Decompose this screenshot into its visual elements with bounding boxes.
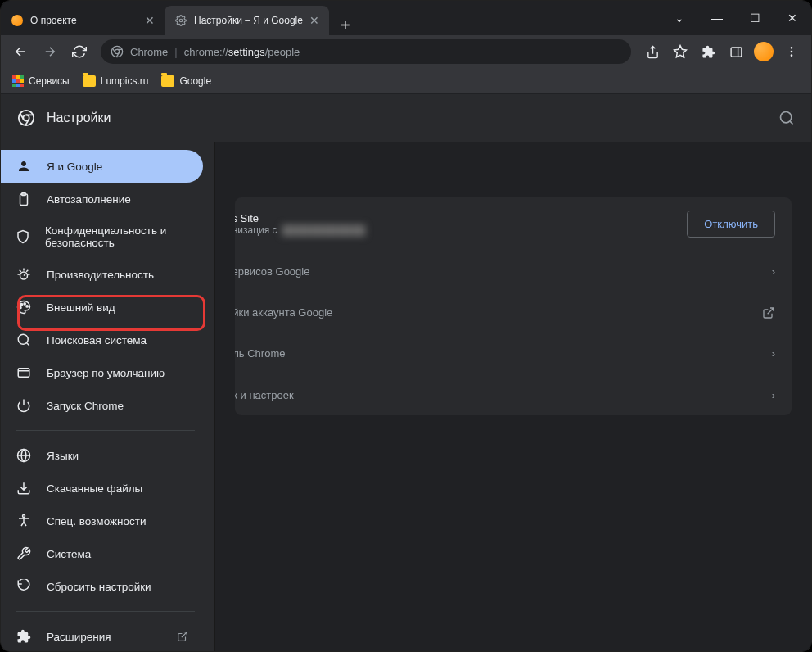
sidebar-item-label: Производительность xyxy=(47,269,154,281)
svg-point-11 xyxy=(791,54,793,57)
sidebar-item-label: Конфиденциальность и безопасность xyxy=(45,224,188,249)
disable-button[interactable]: Отключить xyxy=(687,211,775,238)
reset-icon xyxy=(16,579,32,594)
titlebar: О проекте ✕ Настройки – Я и Google ✕ + ⌄… xyxy=(1,1,811,35)
extensions-icon[interactable] xyxy=(695,38,721,65)
card-row[interactable]: сервисов Google › xyxy=(235,251,792,292)
svg-point-22 xyxy=(24,303,25,305)
sidebar-item-label: Браузер по умолчанию xyxy=(47,367,165,379)
sidebar-item-wrench[interactable]: Система xyxy=(1,537,203,570)
sidebar-item-clipboard[interactable]: Автозаполнение xyxy=(1,183,203,215)
close-icon[interactable]: ✕ xyxy=(145,14,155,27)
url-text: chrome://settings/people xyxy=(184,46,300,58)
sidebar-item-shield[interactable]: Конфиденциальность и безопасность xyxy=(1,215,203,258)
sidebar-item-label: Автозаполнение xyxy=(47,193,131,206)
card-row[interactable]: ок и настроек › xyxy=(235,374,792,415)
sidebar-item-label: Я и Google xyxy=(47,161,102,173)
sidebar-item-download[interactable]: Скачанные файлы xyxy=(1,472,203,505)
avatar[interactable] xyxy=(751,38,777,65)
tab-about[interactable]: О проекте ✕ xyxy=(1,6,165,35)
tab-settings[interactable]: Настройки – Я и Google ✕ xyxy=(165,6,329,35)
minimize-button[interactable]: — xyxy=(698,5,736,31)
palette-icon xyxy=(16,300,32,315)
svg-line-18 xyxy=(790,121,793,125)
sidebar-item-person[interactable]: Я и Google xyxy=(1,150,203,183)
tab-strip: О проекте ✕ Настройки – Я и Google ✕ + xyxy=(1,1,362,35)
settings-header: Настройки xyxy=(1,94,811,142)
back-button[interactable] xyxy=(7,38,34,65)
sidebar-item-label: Сбросить настройки xyxy=(47,581,151,593)
external-link-icon xyxy=(177,631,188,642)
download-icon xyxy=(16,481,32,496)
sidebar-item-power[interactable]: Запуск Chrome xyxy=(1,389,203,422)
row-label: сервисов Google xyxy=(235,265,309,278)
caret-down-icon[interactable]: ⌄ xyxy=(661,5,698,31)
sidebar-item-extension[interactable]: Расширения xyxy=(1,620,203,651)
address-bar[interactable]: Chrome | chrome://settings/people xyxy=(101,39,631,64)
row-label: ок и настроек xyxy=(235,389,294,401)
svg-point-0 xyxy=(179,19,183,22)
sidebar-item-label: Запуск Chrome xyxy=(47,400,124,412)
row-label: иль Chrome xyxy=(235,347,285,360)
blurred-email: ████████████ xyxy=(282,224,366,236)
svg-point-23 xyxy=(26,306,28,307)
share-icon[interactable] xyxy=(639,38,665,65)
bookmark-label: Lumpics.ru xyxy=(101,75,149,87)
chrome-logo-icon xyxy=(17,109,35,127)
settings-title: Настройки xyxy=(47,111,111,125)
person-icon xyxy=(16,159,32,174)
sidebar-item-globe[interactable]: Языки xyxy=(1,439,203,472)
sidebar-item-label: Спец. возможности xyxy=(47,515,146,527)
bookmark-folder[interactable]: Lumpics.ru xyxy=(83,75,149,87)
sync-label: онизация с xyxy=(235,224,277,236)
sidebar-item-search[interactable]: Поисковая система xyxy=(1,324,203,356)
svg-line-27 xyxy=(26,342,29,345)
folder-icon xyxy=(83,75,96,87)
svg-point-25 xyxy=(20,306,21,308)
search-icon xyxy=(16,333,32,347)
sidebar-item-palette[interactable]: Внешний вид xyxy=(1,291,203,324)
card-row[interactable]: ойки аккаунта Google xyxy=(235,292,792,333)
bookmark-label: Сервисы xyxy=(29,75,70,87)
sidebar-item-speed[interactable]: Производительность xyxy=(1,258,203,291)
close-icon[interactable]: ✕ xyxy=(309,14,319,27)
reload-button[interactable] xyxy=(66,38,92,65)
speed-icon xyxy=(16,267,32,282)
bookmark-folder[interactable]: Google xyxy=(161,75,211,87)
forward-button[interactable] xyxy=(37,38,63,65)
apps-shortcut[interactable]: Сервисы xyxy=(12,75,70,87)
tab-title: Настройки – Я и Google xyxy=(194,15,303,26)
clipboard-icon xyxy=(16,192,32,206)
maximize-button[interactable]: ☐ xyxy=(736,5,774,31)
new-tab-button[interactable]: + xyxy=(329,16,362,35)
sidebar-item-reset[interactable]: Сбросить настройки xyxy=(1,570,203,603)
search-icon[interactable] xyxy=(778,110,795,126)
power-icon xyxy=(16,398,32,413)
side-panel-icon[interactable] xyxy=(723,38,749,65)
sidebar-item-accessibility[interactable]: Спец. возможности xyxy=(1,505,203,537)
accessibility-icon xyxy=(16,514,32,528)
star-icon[interactable] xyxy=(667,38,693,65)
folder-icon xyxy=(161,75,174,87)
sidebar-item-label: Внешний вид xyxy=(47,301,115,314)
apps-grid-icon xyxy=(12,75,24,87)
orange-dot-icon xyxy=(11,14,24,27)
chevron-right-icon: › xyxy=(772,265,775,278)
menu-icon[interactable] xyxy=(778,38,805,65)
separator: | xyxy=(174,46,177,58)
tab-title: О проекте xyxy=(30,15,77,26)
sidebar-separator xyxy=(16,430,195,431)
svg-rect-7 xyxy=(731,47,742,56)
settings-sidebar: Я и GoogleАвтозаполнениеКонфиденциальнос… xyxy=(1,142,215,651)
svg-rect-28 xyxy=(18,369,29,378)
profile-row: cs Site онизация с ████████████ Отключит… xyxy=(235,197,792,251)
chevron-right-icon: › xyxy=(772,389,775,401)
svg-point-24 xyxy=(20,304,22,306)
sidebar-item-browser[interactable]: Браузер по умолчанию xyxy=(1,356,203,389)
sidebar-item-label: Языки xyxy=(47,450,79,462)
bookmarks-bar: Сервисы Lumpics.ru Google xyxy=(1,68,811,94)
settings-main: cs Site онизация с ████████████ Отключит… xyxy=(215,142,811,651)
close-window-button[interactable]: ✕ xyxy=(774,5,811,31)
card-row[interactable]: иль Chrome › xyxy=(235,333,792,374)
sidebar-item-label: Поисковая система xyxy=(47,334,147,346)
